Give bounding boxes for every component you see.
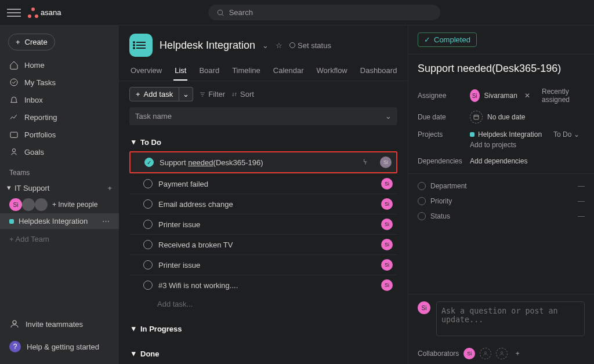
- avatar-placeholder: [22, 198, 35, 211]
- svg-point-0: [218, 10, 222, 14]
- task-row[interactable]: Support needed(Desk365-196) Si: [129, 151, 397, 173]
- task-name: Payment failed: [158, 180, 375, 188]
- task-complete-checkbox[interactable]: [143, 179, 153, 188]
- brand-logo[interactable]: asana: [28, 8, 61, 18]
- menu-toggle[interactable]: [7, 6, 21, 20]
- dependencies-row[interactable]: Dependencies Add dependencies: [418, 154, 585, 169]
- tab-workflow[interactable]: Workflow: [316, 61, 349, 81]
- section-toggle-done[interactable]: ▾Done: [129, 345, 397, 363]
- tab-calendar[interactable]: Calendar: [272, 61, 305, 81]
- task-row[interactable]: Received a broken TVSi: [129, 234, 397, 254]
- task-name: Received a broken TV: [158, 241, 375, 249]
- assignee-avatar[interactable]: Si: [380, 156, 392, 168]
- create-button[interactable]: + Create: [8, 34, 55, 50]
- tab-dashboard[interactable]: Dashboard: [359, 61, 399, 81]
- assignee-avatar[interactable]: Si: [470, 89, 480, 102]
- task-name: Printer issue: [158, 261, 375, 270]
- sidebar-project-helpdesk[interactable]: Helpdesk Integration ⋯: [0, 213, 119, 229]
- task-row[interactable]: #3 Wifi is not working....Si: [129, 275, 397, 295]
- collaborator-placeholder[interactable]: [496, 348, 508, 359]
- team-avatars: Si + Invite people: [0, 196, 119, 213]
- remove-assignee-button[interactable]: ✕: [524, 92, 530, 100]
- task-complete-checkbox[interactable]: [144, 158, 154, 167]
- collaborator-avatar[interactable]: Si: [463, 348, 475, 359]
- add-task-button[interactable]: +Add task: [129, 87, 179, 101]
- nav-inbox[interactable]: Inbox: [0, 91, 119, 108]
- tab-board[interactable]: Board: [198, 61, 220, 81]
- task-complete-checkbox[interactable]: [143, 260, 153, 270]
- chevron-down-icon: ⌄: [385, 112, 392, 121]
- tab-list[interactable]: List: [173, 61, 187, 81]
- assignee-avatar[interactable]: Si: [381, 259, 393, 271]
- project-tabs: Overview List Board Timeline Calendar Wo…: [119, 61, 408, 81]
- chevron-down-icon: ⌄: [574, 130, 579, 139]
- search-placeholder: Search: [229, 8, 253, 17]
- duedate-row[interactable]: Due date No due date: [418, 107, 585, 127]
- completed-button[interactable]: ✓Completed: [418, 32, 477, 47]
- add-task-inline[interactable]: Add task...: [129, 295, 397, 313]
- section-toggle-todo[interactable]: ▾To Do: [129, 133, 397, 151]
- invite-teammates-button[interactable]: Invite teammates: [0, 313, 119, 335]
- nav-mytasks[interactable]: My Tasks: [0, 74, 119, 91]
- help-button[interactable]: ? Help & getting started: [0, 335, 119, 358]
- nav-reporting[interactable]: Reporting: [0, 108, 119, 126]
- project-chip[interactable]: Helpdesk Integration: [470, 130, 542, 139]
- task-row[interactable]: Printer issueSi: [129, 254, 397, 275]
- task-row[interactable]: Printer issueSi: [129, 214, 397, 234]
- sidebar: + Create Home My Tasks Inbox Reporting P…: [0, 26, 119, 364]
- task-complete-checkbox[interactable]: [143, 240, 153, 249]
- invite-people-link[interactable]: + Invite people: [52, 201, 97, 209]
- task-complete-checkbox[interactable]: [143, 220, 153, 229]
- project-dropdown[interactable]: ⌄: [262, 41, 269, 50]
- project-section-dropdown[interactable]: To Do⌄: [553, 130, 579, 139]
- circle-icon: [418, 182, 426, 190]
- tab-overview[interactable]: Overview: [129, 61, 163, 81]
- filter-button[interactable]: Filter: [199, 90, 225, 99]
- set-status-button[interactable]: Set status: [289, 41, 331, 50]
- column-header-taskname[interactable]: Task name ⌄: [129, 107, 397, 125]
- assignee-avatar[interactable]: Si: [381, 239, 393, 250]
- svg-point-4: [12, 149, 15, 152]
- task-complete-checkbox[interactable]: [143, 281, 153, 290]
- task-detail-title[interactable]: Support needed(Desk365-196): [418, 63, 585, 75]
- more-icon[interactable]: ⋯: [102, 217, 110, 225]
- nav-goals[interactable]: Goals: [0, 143, 119, 161]
- filter-icon: [199, 91, 206, 98]
- plus-icon[interactable]: +: [107, 184, 112, 192]
- custom-field-department[interactable]: Department—: [418, 179, 585, 194]
- caret-down-icon: ▾: [132, 137, 136, 146]
- search-icon: [216, 9, 224, 17]
- sort-button[interactable]: Sort: [231, 90, 254, 99]
- assignee-avatar[interactable]: Si: [381, 279, 393, 291]
- search-input[interactable]: Search: [208, 5, 440, 20]
- collaborator-placeholder[interactable]: [480, 348, 491, 359]
- assignee-avatar[interactable]: Si: [381, 219, 393, 230]
- task-row[interactable]: Email address changeSi: [129, 194, 397, 214]
- task-details-panel: ✓Completed Support needed(Desk365-196) A…: [408, 26, 594, 364]
- nav-portfolios[interactable]: Portfolios: [0, 126, 119, 143]
- assignee-name[interactable]: Sivaraman: [484, 92, 517, 100]
- add-task-dropdown[interactable]: ⌄: [179, 87, 193, 101]
- custom-field-status[interactable]: Status—: [418, 209, 585, 224]
- comment-input[interactable]: [436, 301, 585, 336]
- check-icon: ✓: [424, 35, 430, 44]
- assignee-avatar[interactable]: Si: [381, 198, 393, 210]
- nav-home[interactable]: Home: [0, 56, 119, 74]
- assignee-avatar[interactable]: Si: [381, 178, 393, 190]
- svg-point-5: [13, 321, 16, 324]
- add-to-projects-button[interactable]: Add to projects: [470, 141, 585, 149]
- add-collaborator-button[interactable]: +: [512, 348, 523, 359]
- section-toggle-inprogress[interactable]: ▾In Progress: [129, 320, 397, 338]
- add-team-button[interactable]: + Add Team: [0, 229, 119, 249]
- subtask-icon[interactable]: [361, 158, 370, 168]
- avatar[interactable]: Si: [9, 198, 22, 211]
- people-icon: [9, 319, 20, 329]
- task-complete-checkbox[interactable]: [143, 199, 153, 209]
- circle-icon: [418, 212, 426, 220]
- task-row[interactable]: Payment failedSi: [129, 173, 397, 194]
- star-icon[interactable]: ☆: [276, 41, 282, 50]
- svg-point-8: [501, 352, 503, 354]
- tab-timeline[interactable]: Timeline: [231, 61, 262, 81]
- team-it-support[interactable]: ▾IT Support +: [0, 180, 119, 196]
- custom-field-priority[interactable]: Priority—: [418, 194, 585, 209]
